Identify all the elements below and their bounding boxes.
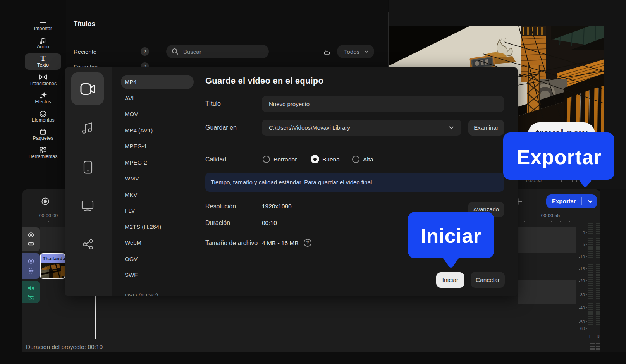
svg-text:Iniciar: Iniciar — [421, 225, 482, 247]
svg-text:Exportar: Exportar — [517, 146, 602, 168]
svg-text:?: ? — [306, 240, 309, 246]
